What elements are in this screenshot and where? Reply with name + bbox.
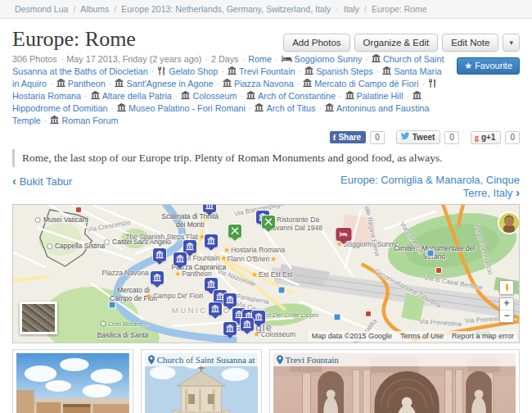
tweet-button[interactable]: Tweet <box>396 130 441 144</box>
tag-link[interactable]: Trevi Fountain <box>228 66 295 76</box>
pegman-control[interactable] <box>499 280 514 295</box>
map-marker-transit[interactable] <box>279 287 285 293</box>
photo-strip: Church of Saint Susanna at the Bat... <box>12 349 520 413</box>
map-marker-lodging[interactable] <box>336 228 351 241</box>
breadcrumb-separator: / <box>364 4 367 14</box>
breadcrumb-item[interactable]: Italy <box>344 4 359 14</box>
favourite-button[interactable]: ★Favourite <box>457 57 520 75</box>
album-description: Rome, the last stop of our Europe trip. … <box>12 149 520 167</box>
tag-link[interactable]: Palatine Hill <box>345 91 404 101</box>
meta-separator: · <box>61 54 64 64</box>
map-marker-metro[interactable] <box>366 311 371 316</box>
tag-link[interactable]: Soggiorno Sunny <box>282 54 363 64</box>
map-marker-monument[interactable] <box>205 278 218 291</box>
map-marker-transit[interactable] <box>334 314 340 320</box>
meta-separator: · <box>275 54 278 64</box>
map-marker-metro[interactable] <box>436 268 441 273</box>
map-marker-restaurant[interactable] <box>228 225 241 238</box>
monument-icon <box>255 103 264 115</box>
meta-separator: · <box>376 66 380 76</box>
zoom-out-button[interactable]: − <box>500 311 513 322</box>
photo-card-church[interactable]: Church of Saint Susanna at the Bat... <box>141 349 262 413</box>
tag-link[interactable]: Arch of Titus <box>255 103 315 113</box>
tag-link[interactable]: Gelato Shop <box>157 66 218 76</box>
meta-separator: · <box>151 66 155 76</box>
prev-album-link[interactable]: ‹ Bukit Tabur <box>12 174 72 188</box>
map-marker-monument[interactable] <box>223 322 237 335</box>
map-marker-restaurant[interactable] <box>262 216 275 229</box>
twitter-share-widget: Tweet 0 <box>396 130 459 144</box>
photo-caption: Trevi Fountain <box>273 353 516 366</box>
breadcrumb-item[interactable]: Europe 2013: Netherlands, Germany, Switz… <box>121 4 331 14</box>
tag-link[interactable]: Roman Forum <box>50 116 118 125</box>
map-marker-transit[interactable] <box>427 250 433 256</box>
map-marker-monument[interactable] <box>203 204 216 212</box>
meta-separator: · <box>205 54 208 64</box>
tag-link[interactable]: Museo Palatino - Fori Romani <box>117 103 246 113</box>
facebook-share-count: 0 <box>370 131 385 144</box>
map-marker-monument[interactable] <box>252 311 265 324</box>
street-view-thumbnail[interactable] <box>20 302 57 334</box>
tag-link[interactable]: Sant'Agnese in Agone <box>115 79 213 88</box>
monument-icon <box>181 91 190 102</box>
breadcrumb-item[interactable]: Albums <box>80 4 109 14</box>
monument-icon <box>345 91 354 102</box>
map-attribution: Map data ©2015 Google Terms of Use Repor… <box>309 331 517 341</box>
map-marker-avatar[interactable] <box>499 213 519 233</box>
map-marker-monument[interactable] <box>183 240 196 253</box>
tag-link[interactable]: Mercato di Campo dè Fiori <box>303 79 418 88</box>
restaurant-icon <box>428 79 437 90</box>
meta-separator: · <box>50 79 53 88</box>
star-icon: ★ <box>464 61 472 70</box>
map-marker-monument[interactable] <box>223 293 237 306</box>
twitter-bird-icon <box>400 132 410 142</box>
photo-card-cityscape[interactable] <box>12 349 133 413</box>
edit-note-button[interactable]: Edit Note <box>442 34 498 52</box>
map-marker-monument[interactable] <box>209 302 222 315</box>
location-pin-icon <box>277 355 283 365</box>
map-marker-metro[interactable] <box>76 207 81 212</box>
meta-separator: · <box>242 54 246 64</box>
map-marker-monument[interactable] <box>241 318 254 331</box>
terms-of-use-link[interactable]: Terms of Use <box>400 332 444 340</box>
photo-card-trevi[interactable]: Trevi Fountain <box>269 349 520 413</box>
gplus-icon: g <box>475 133 479 142</box>
tag-link[interactable]: Altare della Patria <box>91 91 172 101</box>
tag-link[interactable]: Rome <box>248 54 272 64</box>
gplus-button[interactable]: gg+1 <box>471 131 502 144</box>
map-marker-monument[interactable] <box>174 252 187 266</box>
location-pin-icon <box>148 355 155 365</box>
breadcrumb-item[interactable]: Desmond Lua <box>15 4 68 14</box>
meta-separator: · <box>110 103 114 113</box>
tag-link[interactable]: Arch of Constantine <box>246 91 336 101</box>
meta-separator: · <box>109 79 112 88</box>
zoom-in-button[interactable]: + <box>500 298 513 311</box>
breadcrumb-separator: · <box>336 4 339 14</box>
report-map-error-link[interactable]: Report a map error <box>452 332 514 340</box>
tag-link[interactable]: Pantheon <box>56 79 106 88</box>
tag-link[interactable]: Colosseum <box>181 91 237 101</box>
organize-edit-button[interactable]: Organize & Edit <box>354 34 439 52</box>
monument-icon <box>91 91 100 102</box>
tag-link[interactable]: Piazza Navona <box>223 79 294 88</box>
breadcrumb: Desmond Lua/Albums/Europe 2013: Netherla… <box>0 0 532 19</box>
monument-icon <box>223 79 232 90</box>
facebook-icon: f <box>333 132 336 142</box>
meta-separator: · <box>175 91 178 101</box>
facebook-share-button[interactable]: fShare <box>330 131 366 143</box>
more-actions-caret-button[interactable]: ▾ <box>503 34 520 52</box>
map-data-credit: Map data ©2015 Google <box>312 332 392 340</box>
tag-link[interactable]: Spanish Steps <box>304 66 373 76</box>
map-marker-monument[interactable] <box>153 248 166 261</box>
meta-separator: · <box>249 103 252 113</box>
add-photos-button[interactable]: Add Photos <box>283 34 349 52</box>
map-marker-transit[interactable] <box>109 302 115 307</box>
map-marker-monument[interactable] <box>205 234 218 247</box>
bed-icon <box>282 54 292 66</box>
meta-separator: · <box>84 91 88 101</box>
album-map[interactable]: Musei VaticaniCappella SistinaCastel San… <box>12 204 520 343</box>
tweet-count: 0 <box>444 131 459 144</box>
map-marker-monument[interactable] <box>151 271 164 284</box>
monument-icon <box>56 79 65 90</box>
next-album-link[interactable]: Europe: Corniglia & Manarola, Cinque Ter… <box>315 174 520 199</box>
